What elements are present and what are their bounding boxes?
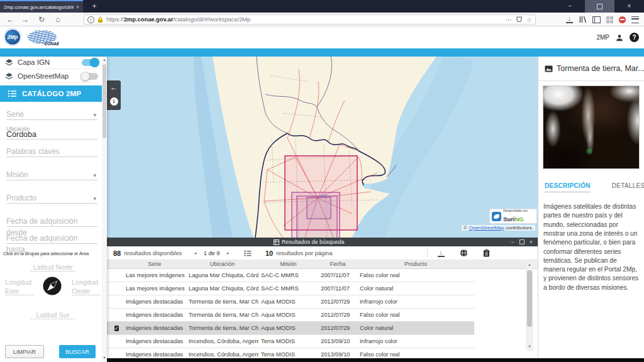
cell-fecha: 2012/07/29 bbox=[318, 312, 357, 318]
footprint-rect-small[interactable] bbox=[307, 197, 331, 219]
sidebar: Capa IGN OpenStreetMap CATÁLOGO bbox=[0, 57, 107, 362]
header-producto[interactable]: Producto bbox=[357, 260, 474, 268]
table-row[interactable]: Imágenes destacadas Tormenta de tierra, … bbox=[107, 295, 474, 309]
layer-ign-toggle[interactable] bbox=[82, 59, 98, 66]
row-checkbox-checked[interactable]: ✓ bbox=[114, 326, 119, 331]
results-scrollbar[interactable]: ▲ ▼ bbox=[526, 261, 533, 351]
scroll-up-icon[interactable]: ▲ bbox=[102, 58, 107, 62]
scroll-thumb[interactable] bbox=[527, 270, 532, 327]
layer-osm-toggle[interactable] bbox=[82, 73, 98, 80]
cell-ubicacion: Tormenta de tierra, Mar Chiquita, Córdo.… bbox=[186, 325, 258, 331]
lat-norte-input[interactable]: Latitud Norte bbox=[30, 261, 75, 272]
table-row[interactable]: Las mejores imágenes SAC-C Laguna Mar Ch… bbox=[107, 282, 474, 295]
scroll-thumb[interactable] bbox=[103, 64, 106, 138]
list-view-icon[interactable] bbox=[244, 250, 252, 256]
cell-serie: Imágenes destacadas bbox=[123, 312, 186, 318]
new-tab-button[interactable]: + bbox=[88, 0, 101, 13]
results-restore-button[interactable] bbox=[519, 239, 525, 244]
scroll-down-icon[interactable]: ▼ bbox=[526, 344, 533, 348]
producto-select[interactable]: Producto ▾ bbox=[6, 192, 97, 204]
forward-button[interactable]: → bbox=[19, 13, 31, 26]
menu-hamburger-icon[interactable] bbox=[631, 16, 639, 23]
table-row[interactable]: Imágenes destacadas Tormenta de tierra, … bbox=[107, 309, 474, 322]
reload-button[interactable]: ↻ bbox=[35, 13, 48, 26]
palabras-claves-input[interactable]: Palabras claves bbox=[6, 145, 97, 157]
tab-close-icon[interactable]: × bbox=[76, 4, 79, 10]
globe-icon[interactable] bbox=[460, 249, 468, 257]
lon-este-input[interactable]: Longitud Este bbox=[5, 276, 34, 295]
results-minimize-button[interactable]: − bbox=[511, 239, 514, 245]
catalog-2mp-button[interactable]: CATÁLOGO 2MP bbox=[0, 85, 103, 102]
page-actions-icon[interactable]: ⋯ bbox=[506, 16, 512, 23]
help-icon[interactable]: ? bbox=[630, 33, 639, 42]
lon-oeste-input[interactable]: Longitud Oeste bbox=[72, 276, 101, 295]
window-close-button[interactable]: × bbox=[614, 0, 644, 13]
results-close-button[interactable]: × bbox=[530, 239, 533, 245]
map-canvas[interactable] bbox=[107, 57, 538, 238]
adblock-icon[interactable] bbox=[619, 16, 626, 23]
back-button[interactable]: ← bbox=[4, 13, 16, 26]
page-prev-icon[interactable]: ◄ bbox=[193, 251, 197, 255]
mision-select[interactable]: Misión ▾ bbox=[6, 168, 97, 180]
home-button[interactable]: ⌂ bbox=[52, 13, 64, 26]
serie-select[interactable]: Serie ▾ bbox=[6, 108, 97, 120]
suring-branding: Desarrollado con SuriNG bbox=[489, 209, 537, 224]
fecha-hasta-input[interactable]: Fecha de adquisición hasta bbox=[6, 232, 97, 244]
table-row[interactable]: Imágenes destacadas Incendios, Córdoba, … bbox=[107, 335, 474, 348]
url-bar[interactable]: i https://2mp.conae.gov.ar/catalogo/di/#… bbox=[84, 14, 536, 25]
branding-ng: NG bbox=[514, 216, 523, 222]
header-ubicacion[interactable]: Ubicación bbox=[186, 260, 258, 268]
bookmark-star-icon[interactable]: ☆ bbox=[526, 16, 532, 23]
cell-producto: Infrarrojo color bbox=[357, 299, 474, 305]
browser-tab[interactable]: 2mp.conae.gov.ar/catalogo/cli/#/... × bbox=[0, 0, 83, 13]
layer-ign-label: Capa IGN bbox=[18, 58, 82, 66]
scroll-down-icon[interactable]: ▼ bbox=[102, 356, 107, 359]
ubicacion-input[interactable]: Córdoba bbox=[6, 128, 97, 140]
cell-fecha: 2007/11/07 bbox=[318, 285, 357, 292]
chevron-down-icon: ▾ bbox=[93, 112, 96, 118]
results-titlebar[interactable]: Resultados de búsqueda − × bbox=[107, 238, 538, 246]
map-info-icon[interactable]: i bbox=[110, 97, 118, 106]
osm-attribution-link[interactable]: OpenStreetMap bbox=[469, 225, 504, 231]
toggle-knob bbox=[80, 72, 90, 81]
cell-ubicacion: Tormenta de tierra, Mar Chiquita, Córdo.… bbox=[186, 299, 258, 305]
table-row-selected[interactable]: ✓ Imágenes destacadas Tormenta de tierra… bbox=[107, 322, 474, 335]
fecha-desde-input[interactable]: Fecha de adquisición desde bbox=[6, 215, 97, 227]
este-placeholder: Este bbox=[5, 287, 34, 295]
site-info-icon[interactable]: i bbox=[87, 16, 94, 23]
download-results-icon[interactable]: ↓ bbox=[438, 250, 445, 257]
cell-mision: SAC-C MMRS bbox=[258, 285, 318, 292]
library-icon[interactable] bbox=[579, 16, 587, 23]
lat-sur-input[interactable]: Latitud Sur bbox=[30, 309, 75, 319]
downloads-icon[interactable]: ↓ bbox=[566, 16, 573, 23]
header-serie[interactable]: Serie bbox=[123, 260, 186, 268]
extensions-grid-icon[interactable] bbox=[606, 16, 613, 23]
window-controls: − × bbox=[555, 0, 644, 13]
pocket-shield-icon[interactable] bbox=[516, 16, 522, 23]
collapse-panel-icon[interactable]: ← bbox=[107, 80, 121, 94]
sidebar-toggle-icon[interactable] bbox=[592, 16, 601, 23]
compass-icon[interactable] bbox=[43, 277, 62, 295]
scroll-up-icon[interactable]: ▲ bbox=[526, 263, 533, 266]
table-row[interactable]: Las mejores imágenes SAC-C Laguna Mar Ch… bbox=[107, 269, 474, 282]
layers-icon bbox=[5, 72, 13, 80]
page-next-icon[interactable]: ► bbox=[226, 251, 230, 255]
window-maximize-button[interactable] bbox=[585, 0, 614, 13]
user-icon[interactable] bbox=[615, 33, 624, 42]
cell-producto: Falso color real bbox=[357, 312, 474, 318]
window-minimize-button[interactable]: − bbox=[555, 0, 585, 13]
tab-title: 2mp.conae.gov.ar/catalogo/cli/#/... bbox=[4, 4, 74, 10]
tab-detalles[interactable]: DETALLES bbox=[612, 182, 644, 192]
satellite-thumbnail[interactable] bbox=[543, 85, 640, 169]
clipboard-icon[interactable] bbox=[483, 249, 490, 257]
results-title: Resultados de búsqueda bbox=[282, 239, 345, 245]
suring-bird-icon bbox=[492, 212, 501, 221]
header-fecha[interactable]: Fecha bbox=[318, 260, 357, 268]
header-accent-bar bbox=[0, 48, 644, 57]
header-mision[interactable]: Misión bbox=[258, 260, 318, 268]
buscar-button[interactable]: BUSCAR bbox=[59, 345, 96, 358]
limpiar-button[interactable]: LIMPIAR bbox=[5, 345, 44, 358]
sidebar-scrollbar[interactable]: ▲ ▼ bbox=[102, 57, 107, 362]
tab-descripcion[interactable]: DESCRIPCIÓN bbox=[545, 182, 591, 192]
cell-producto: Color natural bbox=[357, 325, 474, 331]
